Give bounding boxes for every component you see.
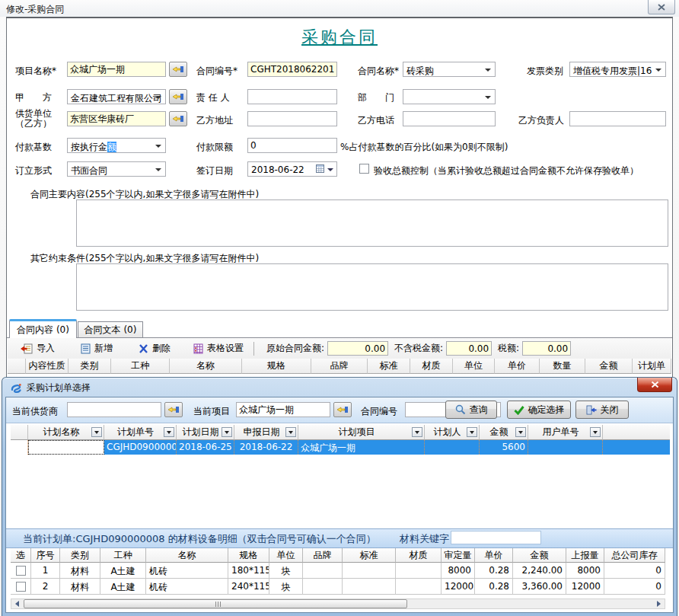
horizontal-scrollbar[interactable] xyxy=(11,598,665,609)
pay-base-combo[interactable]: 按执行金额 xyxy=(67,138,166,153)
keyword-input[interactable] xyxy=(451,531,541,544)
filter-dropdown-button[interactable] xyxy=(412,427,422,437)
current-supplier-input[interactable] xyxy=(67,402,161,417)
tab-contract-content[interactable]: 合同内容 (0) xyxy=(9,319,77,338)
filter-dropdown-button[interactable] xyxy=(515,427,526,437)
delete-button[interactable]: 删除 xyxy=(135,340,174,357)
plan-no-cell[interactable]: CGJHD090000008 xyxy=(104,440,177,455)
column-header[interactable]: 工种 xyxy=(111,359,170,374)
plan-date-cell[interactable]: 2018-06-25 xyxy=(177,440,234,455)
scrollbar-thumb[interactable] xyxy=(24,599,407,608)
confirm-select-button[interactable]: 确定选择 xyxy=(507,401,571,419)
filter-dropdown-button[interactable] xyxy=(467,427,477,437)
sign-date-picker[interactable]: 2018-06-22 xyxy=(247,161,337,177)
filter-dropdown-button[interactable] xyxy=(91,427,102,437)
window-close-button[interactable] xyxy=(648,0,675,14)
column-header[interactable]: 计划项目 xyxy=(298,425,425,440)
party-b-addr-input[interactable] xyxy=(247,111,337,126)
column-header[interactable]: 品牌 xyxy=(303,548,343,563)
column-header[interactable]: 类别 xyxy=(69,359,111,374)
project-pick-button[interactable] xyxy=(333,402,352,417)
supplier-picker-button[interactable] xyxy=(169,111,187,126)
column-header[interactable]: 内容性质 xyxy=(26,359,69,374)
column-header[interactable]: 总公司库存 xyxy=(604,548,665,563)
acceptance-total-checkbox[interactable] xyxy=(359,164,369,174)
column-header[interactable]: 用户单号 xyxy=(528,425,603,440)
column-header[interactable]: 金额 xyxy=(480,425,528,440)
scroll-left-button[interactable] xyxy=(11,599,23,608)
party-a-picker-button[interactable] xyxy=(169,89,187,104)
tax-amount-input[interactable] xyxy=(522,341,571,356)
supplier-pick-button[interactable] xyxy=(164,402,183,417)
column-header[interactable]: 金额 xyxy=(513,548,566,563)
column-header[interactable]: 材质 xyxy=(396,548,442,563)
column-header[interactable]: 上报量 xyxy=(566,548,604,563)
column-header[interactable]: 名称 xyxy=(146,548,228,563)
column-header[interactable]: 计划名称 xyxy=(28,425,104,440)
plan-project-cell[interactable]: 众城广场一期 xyxy=(298,440,425,455)
column-header[interactable]: 计划单号 xyxy=(104,425,177,440)
other-terms-textarea[interactable] xyxy=(76,263,668,311)
column-header[interactable]: 品牌 xyxy=(311,359,368,374)
department-combo[interactable] xyxy=(403,89,496,104)
project-picker-button[interactable] xyxy=(169,62,187,77)
filter-dropdown-button[interactable] xyxy=(222,427,232,437)
add-button[interactable]: 新增 xyxy=(77,340,116,357)
detail-row[interactable]: 2 材料 A土建 机砖 240*115* 块 12000 0.28 3,360.… xyxy=(11,579,665,595)
notax-amount-input[interactable] xyxy=(446,341,492,356)
grid-setup-button[interactable]: 表格设置 xyxy=(190,340,247,357)
contract-no-input[interactable] xyxy=(247,62,337,77)
original-amount-input[interactable] xyxy=(327,341,388,356)
column-header[interactable]: 工种 xyxy=(100,548,146,563)
column-header[interactable]: 计划单 xyxy=(633,359,671,374)
pay-limit-input[interactable] xyxy=(247,138,337,153)
plan-amount-cell[interactable]: 5600 xyxy=(480,440,528,455)
party-b-tel-input[interactable] xyxy=(403,111,496,126)
column-header[interactable]: 申报日期 xyxy=(234,425,298,440)
select-cell[interactable] xyxy=(11,579,31,595)
user-no-cell[interactable] xyxy=(528,440,603,455)
dialog-close-button[interactable] xyxy=(637,378,672,392)
column-header[interactable]: 单价 xyxy=(495,359,540,374)
plan-row-selected[interactable]: CGJHD090000008 2018-06-25 2018-06-22 众城广… xyxy=(11,440,670,455)
row-checkbox[interactable] xyxy=(16,566,26,576)
column-header[interactable]: 单价 xyxy=(475,548,513,563)
planner-cell[interactable] xyxy=(425,440,480,455)
filter-dropdown-button[interactable] xyxy=(590,427,601,437)
main-content-textarea[interactable] xyxy=(76,199,668,247)
column-header[interactable]: 单位 xyxy=(269,548,303,563)
scroll-right-button[interactable] xyxy=(653,599,665,608)
supplier-input[interactable] xyxy=(67,111,166,126)
column-header[interactable]: 计划日期 xyxy=(177,425,234,440)
responsible-input[interactable] xyxy=(247,89,337,104)
row-checkbox[interactable] xyxy=(16,582,26,592)
project-input[interactable] xyxy=(67,62,166,77)
column-header[interactable]: 规格 xyxy=(242,359,311,374)
detail-row[interactable]: 1 材料 A土建 机砖 180*115* 块 8000 0.28 2,240.0… xyxy=(11,563,665,579)
filter-dropdown-button[interactable] xyxy=(285,427,296,437)
column-header[interactable]: 标准 xyxy=(343,548,396,563)
column-header[interactable]: 单位 xyxy=(453,359,495,374)
column-header[interactable]: 审定量 xyxy=(442,548,475,563)
column-header[interactable]: 类别 xyxy=(60,548,100,563)
column-header[interactable]: 金额 xyxy=(585,359,633,374)
filter-dropdown-button[interactable] xyxy=(164,427,174,437)
column-header[interactable]: 规格 xyxy=(228,548,269,563)
select-cell[interactable] xyxy=(11,563,31,579)
invoice-type-combo[interactable]: 增值税专用发票|16 xyxy=(569,62,666,77)
column-header[interactable]: 名称 xyxy=(170,359,242,374)
column-header[interactable]: 标准 xyxy=(368,359,410,374)
row-selector-cell[interactable] xyxy=(11,440,28,455)
column-header[interactable]: 计划人 xyxy=(425,425,480,440)
form-type-combo[interactable]: 书面合同 xyxy=(67,161,166,177)
tab-contract-text[interactable]: 合同文本 (0) xyxy=(78,321,143,338)
column-header[interactable]: 选 xyxy=(11,548,31,563)
column-header[interactable]: 材质 xyxy=(410,359,453,374)
dialog-close-action-button[interactable]: 关闭 xyxy=(575,401,629,419)
party-b-leader-input[interactable] xyxy=(569,111,666,126)
report-date-cell[interactable]: 2018-06-22 xyxy=(234,440,298,455)
column-header[interactable]: 数量 xyxy=(540,359,585,374)
query-button[interactable]: 查询 xyxy=(445,401,497,419)
column-header[interactable]: 序号 xyxy=(31,548,60,563)
party-a-combo[interactable]: 金石建筑工程有限公司 xyxy=(67,89,166,104)
